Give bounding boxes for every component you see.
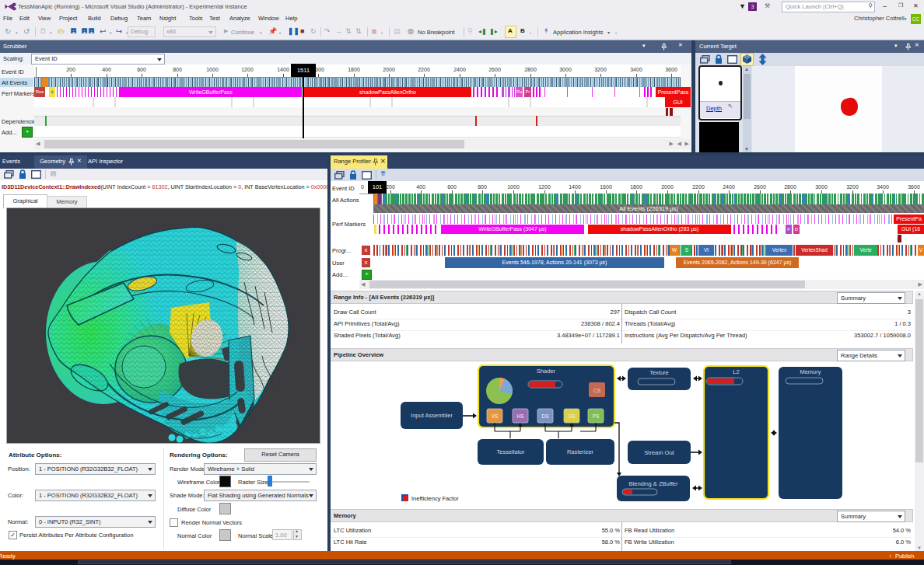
svg-text:Inefficiency Factor: Inefficiency Factor [411, 495, 459, 502]
svg-text:DS: DS [541, 413, 549, 419]
svg-text:Texture: Texture [649, 369, 669, 376]
svg-text:Memory: Memory [800, 368, 821, 375]
svg-text:Input Assembler: Input Assembler [411, 412, 453, 419]
svg-text:Blending & ZBuffer: Blending & ZBuffer [629, 480, 678, 487]
svg-text:HS: HS [516, 413, 524, 419]
svg-text:Tessellator: Tessellator [497, 448, 525, 455]
svg-text:CS: CS [593, 388, 601, 393]
svg-text:Stream Out: Stream Out [644, 449, 674, 456]
svg-text:L2: L2 [733, 368, 739, 375]
svg-text:GS: GS [568, 413, 576, 419]
svg-text:VS: VS [492, 413, 499, 419]
svg-text:Shader: Shader [537, 368, 556, 375]
svg-text:PS: PS [593, 413, 600, 419]
svg-text:Rasterizer: Rasterizer [567, 448, 594, 455]
